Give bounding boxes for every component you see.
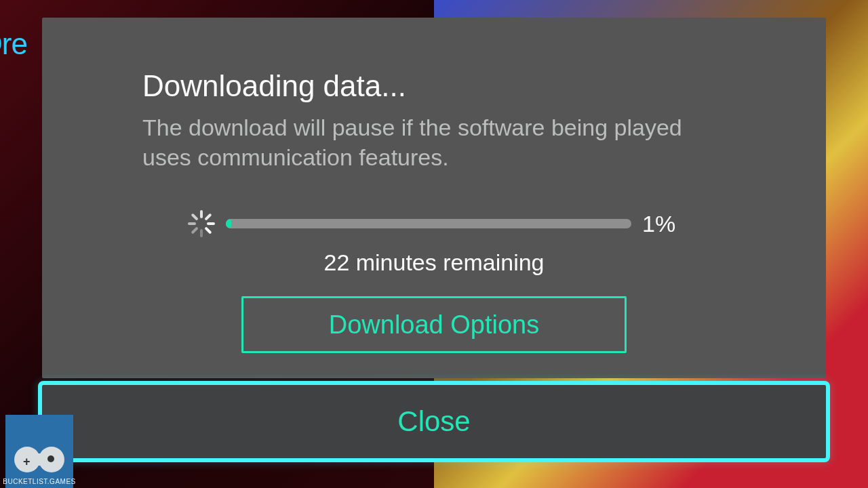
bg-partial-title: Dre: [0, 27, 27, 61]
download-dialog: Downloading data... The download will pa…: [42, 18, 826, 378]
progress-percent: 1%: [642, 211, 680, 237]
watermark-text: BUCKETLIST.GAMES: [3, 478, 75, 485]
dialog-title: Downloading data...: [142, 69, 726, 103]
progress-bar: [226, 219, 631, 228]
progress-area: 1% 22 minutes remaining Download Options: [142, 210, 726, 353]
download-options-button[interactable]: Download Options: [241, 296, 627, 353]
download-options-label: Download Options: [329, 310, 540, 340]
gamepad-icon: +: [14, 445, 64, 474]
watermark-badge: + BUCKETLIST.GAMES: [5, 415, 73, 488]
dialog-subtitle: The download will pause if the software …: [142, 113, 726, 172]
progress-row: 1%: [142, 210, 726, 237]
close-button-label: Close: [397, 405, 470, 438]
progress-fill: [226, 219, 231, 228]
spinner-icon: [188, 210, 215, 237]
close-button[interactable]: Close: [38, 381, 830, 462]
time-remaining: 22 minutes remaining: [323, 249, 544, 276]
